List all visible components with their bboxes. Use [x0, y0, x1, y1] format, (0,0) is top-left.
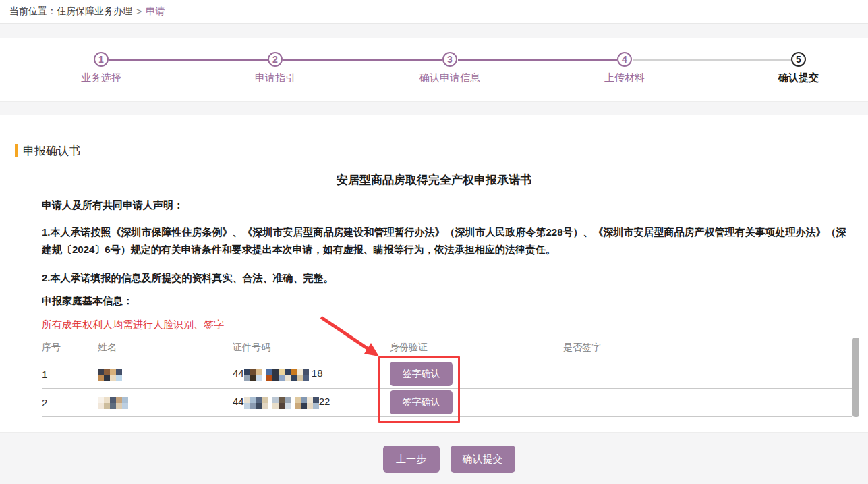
row2-id-redacted-1 [244, 397, 268, 409]
table-header-row: 序号 姓名 证件号码 身份验证 是否签字 [42, 335, 852, 360]
col-header-name: 姓名 [98, 335, 233, 360]
breadcrumb-current[interactable]: 申请 [146, 5, 165, 18]
step-1-label: 业务选择 [40, 72, 162, 84]
step-connector-1-2 [109, 59, 268, 61]
applicants-table: 序号 姓名 证件号码 身份验证 是否签字 1 44 18 签字确认 [42, 335, 852, 417]
confirm-submit-button[interactable]: 确认提交 [451, 446, 515, 473]
row1-name-redacted [98, 369, 122, 381]
breadcrumb-separator: > [136, 6, 142, 17]
step-connector-2-3 [283, 59, 442, 61]
row2-id-redacted-2 [272, 397, 291, 409]
row1-id-prefix: 44 [233, 367, 244, 379]
row2-id-suffix: 22 [319, 396, 330, 407]
clause-2: 2.本人承诺填报的信息及所提交的资料真实、合法、准确、完整。 [42, 269, 852, 287]
row1-id-suffix: 18 [312, 367, 323, 379]
step-wizard: 1 2 3 4 5 业务选择 申请指引 确认申请信息 上传材料 确认提交 [0, 38, 868, 102]
table-row: 1 44 18 签字确认 [42, 360, 852, 388]
row2-seq: 2 [42, 388, 98, 416]
step-connector-4-5 [633, 59, 791, 61]
step-5-circle: 5 [791, 52, 806, 67]
row2-name-redacted [98, 397, 128, 409]
clause-1: 1.本人承诺按照《深圳市保障性住房条例》、《深圳市安居型商品房建设和管理暂行办法… [42, 223, 852, 259]
step-3-circle: 3 [442, 52, 457, 67]
footer-actions: 上一步 确认提交 [0, 433, 868, 484]
col-header-verify: 身份验证 [390, 335, 563, 360]
row1-seq: 1 [42, 360, 98, 388]
row2-id-redacted-3 [295, 397, 319, 409]
row1-id-redacted-1 [244, 369, 262, 381]
breadcrumb-label: 当前位置： [9, 5, 57, 18]
step-1-circle: 1 [94, 52, 109, 67]
sign-confirm-button-row1[interactable]: 签字确认 [390, 362, 453, 386]
declaration-card: 申报确认书 安居型商品房取得完全产权申报承诺书 申请人及所有共同申请人声明： 1… [0, 115, 868, 433]
row1-id-redacted-2 [266, 369, 309, 381]
table-scrollbar-thumb[interactable] [852, 338, 859, 417]
previous-step-button[interactable]: 上一步 [383, 446, 440, 473]
section-header: 申报确认书 [15, 143, 80, 159]
step-3-label: 确认申请信息 [389, 72, 511, 84]
step-4-label: 上传材料 [564, 72, 685, 84]
step-connector-3-4 [458, 59, 617, 61]
step-2-circle: 2 [268, 52, 283, 67]
section-accent-bar [15, 144, 18, 157]
table-row: 2 4422 签字确认 [42, 388, 852, 416]
family-info-heading: 申报家庭基本信息： [42, 292, 852, 310]
document-title: 安居型商品房取得完全产权申报承诺书 [0, 172, 868, 188]
row2-signed-status [563, 388, 852, 416]
step-2-label: 申请指引 [214, 72, 336, 84]
declaration-heading: 申请人及所有共同申请人声明： [42, 196, 852, 214]
sign-confirm-button-row2[interactable]: 签字确认 [390, 390, 453, 414]
section-title: 申报确认书 [23, 143, 80, 159]
applicants-table-wrap: 序号 姓名 证件号码 身份验证 是否签字 1 44 18 签字确认 [42, 335, 852, 417]
row2-id-prefix: 44 [233, 396, 244, 407]
col-header-signed: 是否签字 [563, 335, 852, 360]
step-5-label: 确认提交 [738, 72, 859, 84]
col-header-id: 证件号码 [233, 335, 390, 360]
col-header-seq: 序号 [42, 335, 98, 360]
breadcrumb-section: 住房保障业务办理 [57, 5, 132, 18]
step-4-circle: 4 [617, 52, 632, 67]
face-sign-notice: 所有成年权利人均需进行人脸识别、签字 [42, 316, 852, 333]
breadcrumb: 当前位置：住房保障业务办理 > 申请 [0, 0, 868, 24]
row1-signed-status [563, 360, 852, 388]
